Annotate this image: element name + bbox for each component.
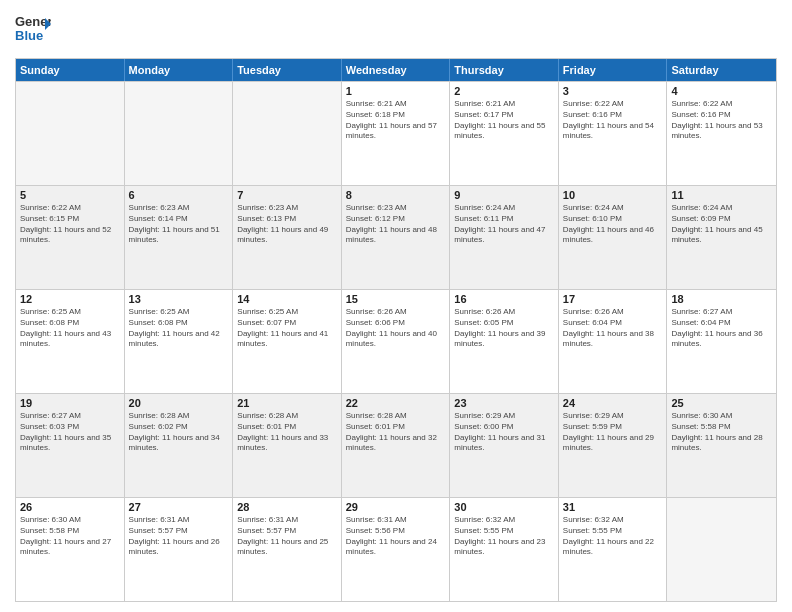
cell-date: 11 [671,189,772,201]
logo: General Blue [15,10,51,50]
cell-info: Sunrise: 6:28 AM Sunset: 6:02 PM Dayligh… [129,411,229,454]
cell-info: Sunrise: 6:23 AM Sunset: 6:12 PM Dayligh… [346,203,446,246]
cell-date: 31 [563,501,663,513]
cell-date: 29 [346,501,446,513]
cell-info: Sunrise: 6:25 AM Sunset: 6:07 PM Dayligh… [237,307,337,350]
calendar-cell [16,82,125,185]
cell-date: 1 [346,85,446,97]
calendar-cell: 11Sunrise: 6:24 AM Sunset: 6:09 PM Dayli… [667,186,776,289]
cell-date: 2 [454,85,554,97]
week-4: 26Sunrise: 6:30 AM Sunset: 5:58 PM Dayli… [16,497,776,601]
cell-info: Sunrise: 6:24 AM Sunset: 6:09 PM Dayligh… [671,203,772,246]
cell-info: Sunrise: 6:24 AM Sunset: 6:11 PM Dayligh… [454,203,554,246]
cell-date: 3 [563,85,663,97]
calendar-cell: 27Sunrise: 6:31 AM Sunset: 5:57 PM Dayli… [125,498,234,601]
cell-date: 21 [237,397,337,409]
cell-info: Sunrise: 6:32 AM Sunset: 5:55 PM Dayligh… [563,515,663,558]
cell-date: 9 [454,189,554,201]
calendar-cell: 9Sunrise: 6:24 AM Sunset: 6:11 PM Daylig… [450,186,559,289]
cell-info: Sunrise: 6:25 AM Sunset: 6:08 PM Dayligh… [20,307,120,350]
calendar-cell: 22Sunrise: 6:28 AM Sunset: 6:01 PM Dayli… [342,394,451,497]
calendar-cell [125,82,234,185]
calendar-cell: 10Sunrise: 6:24 AM Sunset: 6:10 PM Dayli… [559,186,668,289]
calendar-cell: 26Sunrise: 6:30 AM Sunset: 5:58 PM Dayli… [16,498,125,601]
week-0: 1Sunrise: 6:21 AM Sunset: 6:18 PM Daylig… [16,81,776,185]
cell-info: Sunrise: 6:28 AM Sunset: 6:01 PM Dayligh… [346,411,446,454]
cell-info: Sunrise: 6:26 AM Sunset: 6:04 PM Dayligh… [563,307,663,350]
calendar-cell: 23Sunrise: 6:29 AM Sunset: 6:00 PM Dayli… [450,394,559,497]
calendar-cell: 19Sunrise: 6:27 AM Sunset: 6:03 PM Dayli… [16,394,125,497]
cell-info: Sunrise: 6:22 AM Sunset: 6:16 PM Dayligh… [671,99,772,142]
cell-date: 13 [129,293,229,305]
cell-date: 25 [671,397,772,409]
calendar-cell: 1Sunrise: 6:21 AM Sunset: 6:18 PM Daylig… [342,82,451,185]
cell-info: Sunrise: 6:25 AM Sunset: 6:08 PM Dayligh… [129,307,229,350]
cell-date: 18 [671,293,772,305]
calendar-cell: 13Sunrise: 6:25 AM Sunset: 6:08 PM Dayli… [125,290,234,393]
calendar-cell: 12Sunrise: 6:25 AM Sunset: 6:08 PM Dayli… [16,290,125,393]
cell-date: 16 [454,293,554,305]
logo-icon: General Blue [15,10,51,50]
page: General Blue SundayMondayTuesdayWednesda… [0,0,792,612]
cell-date: 4 [671,85,772,97]
cell-date: 26 [20,501,120,513]
calendar-cell: 4Sunrise: 6:22 AM Sunset: 6:16 PM Daylig… [667,82,776,185]
day-header-monday: Monday [125,59,234,81]
cell-info: Sunrise: 6:29 AM Sunset: 5:59 PM Dayligh… [563,411,663,454]
day-header-friday: Friday [559,59,668,81]
calendar: SundayMondayTuesdayWednesdayThursdayFrid… [15,58,777,602]
cell-date: 28 [237,501,337,513]
cell-info: Sunrise: 6:29 AM Sunset: 6:00 PM Dayligh… [454,411,554,454]
week-1: 5Sunrise: 6:22 AM Sunset: 6:15 PM Daylig… [16,185,776,289]
cell-date: 27 [129,501,229,513]
cell-info: Sunrise: 6:24 AM Sunset: 6:10 PM Dayligh… [563,203,663,246]
day-header-saturday: Saturday [667,59,776,81]
cell-date: 7 [237,189,337,201]
calendar-cell [667,498,776,601]
cell-date: 12 [20,293,120,305]
cell-date: 24 [563,397,663,409]
calendar-cell: 5Sunrise: 6:22 AM Sunset: 6:15 PM Daylig… [16,186,125,289]
day-header-sunday: Sunday [16,59,125,81]
cell-info: Sunrise: 6:27 AM Sunset: 6:03 PM Dayligh… [20,411,120,454]
cell-info: Sunrise: 6:23 AM Sunset: 6:13 PM Dayligh… [237,203,337,246]
weeks: 1Sunrise: 6:21 AM Sunset: 6:18 PM Daylig… [16,81,776,601]
day-headers: SundayMondayTuesdayWednesdayThursdayFrid… [16,59,776,81]
calendar-cell: 24Sunrise: 6:29 AM Sunset: 5:59 PM Dayli… [559,394,668,497]
calendar-cell: 7Sunrise: 6:23 AM Sunset: 6:13 PM Daylig… [233,186,342,289]
day-header-thursday: Thursday [450,59,559,81]
calendar-cell: 16Sunrise: 6:26 AM Sunset: 6:05 PM Dayli… [450,290,559,393]
calendar-cell: 8Sunrise: 6:23 AM Sunset: 6:12 PM Daylig… [342,186,451,289]
calendar-cell: 15Sunrise: 6:26 AM Sunset: 6:06 PM Dayli… [342,290,451,393]
cell-info: Sunrise: 6:26 AM Sunset: 6:05 PM Dayligh… [454,307,554,350]
cell-info: Sunrise: 6:21 AM Sunset: 6:18 PM Dayligh… [346,99,446,142]
calendar-cell: 31Sunrise: 6:32 AM Sunset: 5:55 PM Dayli… [559,498,668,601]
cell-info: Sunrise: 6:31 AM Sunset: 5:57 PM Dayligh… [237,515,337,558]
calendar-cell [233,82,342,185]
week-3: 19Sunrise: 6:27 AM Sunset: 6:03 PM Dayli… [16,393,776,497]
cell-info: Sunrise: 6:31 AM Sunset: 5:57 PM Dayligh… [129,515,229,558]
svg-text:Blue: Blue [15,28,43,43]
cell-date: 19 [20,397,120,409]
cell-date: 15 [346,293,446,305]
cell-date: 14 [237,293,337,305]
cell-date: 10 [563,189,663,201]
cell-date: 17 [563,293,663,305]
cell-date: 20 [129,397,229,409]
cell-info: Sunrise: 6:31 AM Sunset: 5:56 PM Dayligh… [346,515,446,558]
cell-date: 30 [454,501,554,513]
cell-info: Sunrise: 6:28 AM Sunset: 6:01 PM Dayligh… [237,411,337,454]
calendar-cell: 25Sunrise: 6:30 AM Sunset: 5:58 PM Dayli… [667,394,776,497]
calendar-cell: 2Sunrise: 6:21 AM Sunset: 6:17 PM Daylig… [450,82,559,185]
calendar-cell: 6Sunrise: 6:23 AM Sunset: 6:14 PM Daylig… [125,186,234,289]
cell-date: 22 [346,397,446,409]
cell-info: Sunrise: 6:22 AM Sunset: 6:15 PM Dayligh… [20,203,120,246]
cell-date: 6 [129,189,229,201]
calendar-cell: 21Sunrise: 6:28 AM Sunset: 6:01 PM Dayli… [233,394,342,497]
week-2: 12Sunrise: 6:25 AM Sunset: 6:08 PM Dayli… [16,289,776,393]
cell-info: Sunrise: 6:22 AM Sunset: 6:16 PM Dayligh… [563,99,663,142]
day-header-wednesday: Wednesday [342,59,451,81]
cell-info: Sunrise: 6:26 AM Sunset: 6:06 PM Dayligh… [346,307,446,350]
calendar-cell: 3Sunrise: 6:22 AM Sunset: 6:16 PM Daylig… [559,82,668,185]
header: General Blue [15,10,777,50]
